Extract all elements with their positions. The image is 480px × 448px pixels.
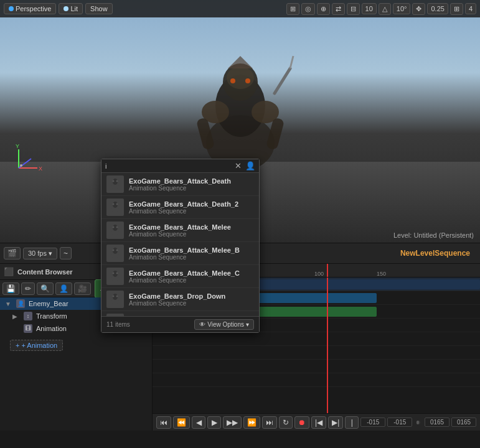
playback-time-end[interactable]: -015 bbox=[387, 418, 412, 427]
search-result-thumb bbox=[106, 222, 124, 239]
layout-icon[interactable]: ⊞ bbox=[450, 3, 463, 15]
playback-bar: ⏮ ⏪ ◀ ▶ ▶▶ ⏩ ⏭ ↻ ⏺ |◀ ▶| | -015 -015 016… bbox=[153, 413, 480, 431]
ruler-playhead bbox=[327, 264, 328, 277]
prev-frame-button[interactable]: ◀ bbox=[192, 416, 205, 429]
svg-point-44 bbox=[116, 296, 118, 297]
svg-point-36 bbox=[116, 250, 118, 251]
add-animation-icon: + bbox=[16, 342, 19, 349]
svg-line-14 bbox=[290, 56, 293, 68]
viewport-toolbar: Perspective Lit Show ⊞ ◎ ⊕ ⇄ ⊟ 10 △ 10° … bbox=[0, 0, 480, 17]
camera-icon-btn[interactable]: 🎬 bbox=[4, 247, 21, 259]
tl-row-empty3 bbox=[153, 346, 480, 360]
level-text: Level: bbox=[393, 231, 412, 239]
play-button[interactable]: ▶ bbox=[207, 416, 221, 429]
view-options-dropdown-icon: ▾ bbox=[246, 321, 249, 328]
search-input[interactable] bbox=[105, 162, 233, 170]
actor-icon: 👤 bbox=[16, 299, 25, 308]
svg-point-40 bbox=[116, 273, 118, 274]
perspective-icon[interactable]: ◎ bbox=[301, 3, 315, 15]
snap-icon[interactable]: ⊕ bbox=[317, 3, 330, 15]
svg-line-19 bbox=[19, 159, 31, 168]
loop-button[interactable]: ↻ bbox=[279, 416, 293, 429]
search-result-item[interactable]: ExoGame_Bears_Attack_Death_2Animation Se… bbox=[101, 196, 259, 219]
playback-scrubber[interactable] bbox=[416, 421, 420, 424]
search-result-type: Animation Sequence bbox=[129, 185, 231, 192]
view-options-label: View Options bbox=[207, 321, 244, 328]
search-icon-btn[interactable]: 🔍 bbox=[37, 282, 54, 295]
content-browser-title: Content Browser bbox=[17, 268, 73, 276]
search-result-thumb bbox=[106, 245, 124, 262]
search-result-item[interactable]: ExoGame_Bears_Attack_Melee_BAnimation Se… bbox=[101, 242, 259, 265]
search-result-item[interactable]: ExoGame_Bears_Drop_DownAnimation Sequenc… bbox=[101, 288, 259, 311]
lit-button[interactable]: Lit bbox=[59, 3, 83, 14]
animation-icon: 🎞 bbox=[24, 324, 32, 333]
history-icon-btn[interactable]: ✏ bbox=[21, 282, 35, 295]
expand-icon-transform: ▶ bbox=[12, 313, 20, 320]
swap-icon[interactable]: ⇄ bbox=[332, 3, 345, 15]
search-result-type: Animation Sequence bbox=[129, 254, 240, 261]
go-end-button[interactable]: ⏭ bbox=[262, 416, 277, 429]
svg-point-28 bbox=[116, 203, 118, 205]
search-result-type: Animation Sequence bbox=[129, 277, 240, 284]
svg-point-20 bbox=[20, 164, 22, 167]
playback-time-start[interactable]: -015 bbox=[360, 418, 385, 427]
next-frame-button[interactable]: ▶▶ bbox=[223, 416, 242, 429]
search-result-item[interactable]: ExoGame_Bears_Attack_DeathAnimation Sequ… bbox=[101, 173, 259, 196]
tl-row-empty4 bbox=[153, 360, 480, 373]
svg-point-10 bbox=[245, 78, 250, 83]
svg-point-9 bbox=[230, 78, 235, 83]
svg-point-27 bbox=[113, 203, 115, 205]
search-result-item[interactable]: ExoGame_Bears_Attack_MeleeAnimation Sequ… bbox=[101, 219, 259, 242]
svg-point-31 bbox=[113, 226, 115, 228]
search-user-icon: 👤 bbox=[245, 161, 255, 170]
go-start-button[interactable]: ⏮ bbox=[156, 416, 171, 429]
transform-label: Transform bbox=[36, 312, 67, 320]
prev-key-button[interactable]: ⏪ bbox=[173, 416, 190, 429]
move-icon[interactable]: ✥ bbox=[412, 3, 425, 15]
record-button[interactable]: ⏺ bbox=[294, 416, 309, 429]
content-browser-icon: ⬛ bbox=[4, 267, 14, 276]
search-result-item[interactable]: ExoGame_Bears_Attack_Melee_CAnimation Se… bbox=[101, 265, 259, 288]
svg-point-24 bbox=[116, 180, 118, 182]
playback-time-end-right2[interactable]: 0165 bbox=[451, 418, 476, 427]
angle-val[interactable]: 10° bbox=[393, 3, 411, 14]
search-result-name: ExoGame_Bears_Attack_Melee_B bbox=[129, 246, 240, 254]
search-result-name: ExoGame_Bears_Attack_Death_2 bbox=[129, 200, 238, 208]
add-animation-button[interactable]: + + Animation bbox=[10, 340, 63, 351]
show-button[interactable]: Show bbox=[85, 3, 113, 14]
perspective-button[interactable]: Perspective bbox=[4, 3, 56, 14]
save-icon-btn[interactable]: 💾 bbox=[2, 282, 19, 295]
svg-point-39 bbox=[113, 273, 115, 274]
expand-icon-enemy-bear: ▼ bbox=[5, 301, 12, 307]
scale-val[interactable]: 0.25 bbox=[427, 3, 448, 14]
search-result-name: ExoGame_Bears_Drop_Down bbox=[129, 292, 225, 300]
search-popup: ✕ 👤 ExoGame_Bears_Attack_DeathAnimation … bbox=[101, 159, 260, 333]
grid-icon[interactable]: ⊞ bbox=[286, 3, 299, 15]
svg-point-23 bbox=[113, 180, 115, 182]
actor-icon-btn[interactable]: 👤 bbox=[55, 282, 72, 295]
search-result-thumb bbox=[106, 175, 124, 193]
search-close-button[interactable]: ✕ bbox=[233, 161, 243, 170]
grid-size-icon[interactable]: ⊟ bbox=[347, 3, 360, 15]
camera-icon-btn2[interactable]: 🎥 bbox=[74, 282, 91, 295]
fps-value: 30 fps bbox=[28, 250, 47, 257]
scrubber-fill bbox=[416, 421, 418, 424]
search-result-info: ExoGame_Bears_Attack_MeleeAnimation Sequ… bbox=[129, 223, 231, 238]
search-result-info: ExoGame_Bears_Attack_DeathAnimation Sequ… bbox=[129, 177, 231, 192]
search-result-item[interactable]: ExoGame_Bears_IdleAnimation Sequence bbox=[101, 311, 259, 316]
search-result-info: ExoGame_Bears_Attack_Melee_BAnimation Se… bbox=[129, 246, 240, 261]
perspective-dot bbox=[9, 6, 14, 11]
view-options-button[interactable]: 👁 View Options ▾ bbox=[194, 319, 254, 330]
extra-btn2[interactable]: ▶| bbox=[328, 416, 343, 429]
max-icon[interactable]: 4 bbox=[465, 3, 476, 14]
extra-btn3[interactable]: | bbox=[345, 416, 359, 429]
fps-select-btn[interactable]: 30 fps ▾ bbox=[23, 248, 57, 259]
extra-btn1[interactable]: |◀ bbox=[311, 416, 326, 429]
playback-time-end-right[interactable]: 0165 bbox=[425, 418, 449, 427]
level-label: Level: Untitled (Persistent) bbox=[393, 231, 474, 239]
add-animation-area: + + Animation bbox=[0, 335, 152, 356]
next-key-button[interactable]: ⏩ bbox=[243, 416, 260, 429]
warning-icon[interactable]: △ bbox=[379, 3, 391, 15]
curve-icon-btn[interactable]: ~ bbox=[60, 247, 72, 259]
grid-val[interactable]: 10 bbox=[362, 3, 377, 14]
